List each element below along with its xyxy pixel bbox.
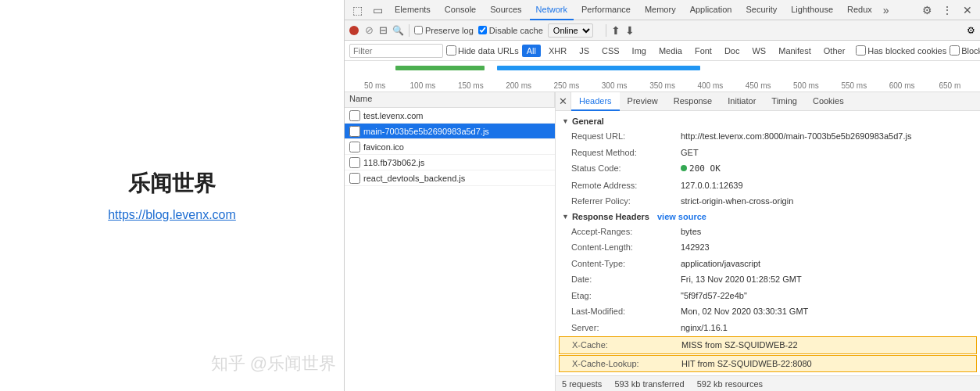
tab-application[interactable]: Application [684,0,739,20]
preserve-log-checkbox[interactable] [414,26,423,34]
detail-tab-preview[interactable]: Preview [620,92,666,111]
network-row-selected[interactable]: main-7003b5e5b2690983a5d7.js [345,124,555,139]
server-value: nginx/1.16.1 [681,321,728,335]
webpage-link[interactable]: https://blog.levenx.com [108,208,236,222]
remote-address-key: Remote Address: [571,179,681,192]
tl-50: 50 ms [351,81,399,90]
row-checkbox-4[interactable] [349,157,360,168]
type-font-button[interactable]: Font [690,45,717,57]
detail-tab-response[interactable]: Response [666,92,721,111]
detail-tab-cookies[interactable]: Cookies [805,92,852,111]
record-button[interactable] [349,26,359,35]
date-key: Date: [571,273,681,286]
tab-network[interactable]: Network [530,0,574,20]
details-content: ▼ General Request URL: http://test.leven… [556,111,980,375]
type-ws-button[interactable]: WS [747,45,771,57]
device-icon[interactable]: ▭ [368,1,387,20]
row-checkbox-1[interactable] [349,110,360,121]
type-doc-button[interactable]: Doc [720,45,745,57]
accept-ranges-value: bytes [681,225,701,239]
tab-redux[interactable]: Redux [841,0,878,20]
tab-performance[interactable]: Performance [575,0,637,20]
close-details-button[interactable]: ✕ [556,92,571,111]
more-options-icon[interactable]: ⋮ [938,1,957,20]
response-headers-section-header[interactable]: ▼ Response Headers view source [556,210,980,224]
tl-100: 100 ms [399,81,446,90]
filter-icon[interactable]: ⊟ [379,24,388,36]
type-js-button[interactable]: JS [574,45,594,57]
type-manifest-button[interactable]: Manifest [774,45,816,57]
disable-cache-label[interactable]: Disable cache [478,26,543,35]
preserve-log-label[interactable]: Preserve log [414,26,474,35]
accept-ranges-row: Accept-Ranges: bytes [556,224,980,240]
etag-value: "5f9f7d57-22e4b" [681,289,747,303]
network-row-3[interactable]: favicon.ico [345,139,555,155]
general-section-header[interactable]: ▼ General [556,114,980,128]
server-key: Server: [571,321,681,335]
view-source-link[interactable]: view source [657,212,706,221]
tab-lighthouse[interactable]: Lighthouse [785,0,839,20]
close-devtools-icon[interactable]: ✕ [958,1,977,20]
timeline-bar: 50 ms 100 ms 150 ms 200 ms 250 ms 300 ms… [345,61,980,92]
network-row[interactable]: test.levenx.com [345,108,555,124]
last-modified-key: Last-Modified: [571,305,681,318]
devtools-main: Name test.levenx.com main-7003b5e5b26909… [345,92,980,391]
row-name-3: favicon.ico [363,142,550,152]
details-tabs: ✕ Headers Preview Response Initiator Tim… [556,92,980,111]
tl-300: 300 ms [591,81,638,90]
tl-200: 200 ms [495,81,542,90]
type-media-button[interactable]: Media [654,45,687,57]
network-row-5[interactable]: react_devtools_backend.js [345,170,555,186]
detail-tab-timing[interactable]: Timing [764,92,805,111]
type-xhr-button[interactable]: XHR [544,45,571,57]
cursor-icon[interactable]: ⬚ [348,1,367,20]
row-checkbox-5[interactable] [349,173,360,184]
throttle-select[interactable]: Online [548,23,593,38]
remote-address-row: Remote Address: 127.0.0.1:12639 [556,178,980,194]
settings-icon-right[interactable]: ⚙ [967,25,975,36]
tab-security[interactable]: Security [739,0,783,20]
row-name-4: 118.fb73b062.js [363,158,550,167]
xcache-lookup-row: X-Cache-Lookup: HIT from SZ-SQUIDWEB-22:… [559,355,977,373]
tab-memory[interactable]: Memory [638,0,682,20]
xcache-lookup-value: HIT from SZ-SQUIDWEB-22:8080 [681,357,812,371]
tab-elements[interactable]: Elements [388,0,437,20]
filter-input[interactable] [349,44,443,58]
row-checkbox-3[interactable] [349,142,360,152]
has-blocked-label[interactable]: Has blocked cookies [856,45,946,56]
export-icon[interactable]: ⬇ [625,24,635,37]
more-tabs-icon[interactable]: » [880,4,892,16]
import-icon[interactable]: ⬆ [611,24,621,37]
content-length-row: Content-Length: 142923 [556,239,980,256]
row-name-5: react_devtools_backend.js [363,174,550,183]
settings-icon[interactable]: ⚙ [917,1,936,20]
details-panel: ✕ Headers Preview Response Initiator Tim… [556,92,980,391]
date-value: Fri, 13 Nov 2020 01:28:52 GMT [681,273,802,286]
detail-tab-headers[interactable]: Headers [571,92,620,111]
detail-tab-initiator[interactable]: Initiator [720,92,764,111]
type-img-button[interactable]: Img [628,45,651,57]
timeline-labels: 50 ms 100 ms 150 ms 200 ms 250 ms 300 ms… [345,81,980,90]
webpage-title: 乐闻世界 [128,169,216,199]
blocked-requests-checkbox[interactable] [950,45,960,56]
request-url-key: Request URL: [571,130,681,143]
type-css-button[interactable]: CSS [597,45,624,57]
type-all-button[interactable]: All [522,45,541,57]
disable-cache-checkbox[interactable] [478,26,487,34]
blocked-requests-label[interactable]: Blocked Requests [950,45,980,56]
xcache-key: X-Cache: [572,339,681,352]
tab-sources[interactable]: Sources [484,0,528,20]
remote-address-value: 127.0.0.1:12639 [681,179,743,192]
last-modified-value: Mon, 02 Nov 2020 03:30:31 GMT [681,305,808,318]
hide-data-urls-label[interactable]: Hide data URLs [446,45,519,56]
network-row-4[interactable]: 118.fb73b062.js [345,155,555,170]
has-blocked-checkbox[interactable] [856,45,866,56]
search-icon[interactable]: 🔍 [392,25,404,36]
network-list-header: Name [345,92,555,108]
stop-button[interactable]: ⊘ [363,25,374,36]
type-other-button[interactable]: Other [819,45,850,57]
name-column-header: Name [345,92,555,107]
row-checkbox-2[interactable] [349,126,360,137]
tab-console[interactable]: Console [438,0,482,20]
hide-data-urls-checkbox[interactable] [446,45,456,56]
